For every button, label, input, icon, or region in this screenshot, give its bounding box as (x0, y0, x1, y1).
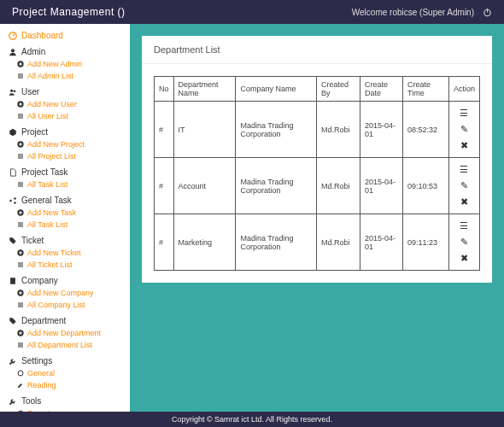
nav-tools[interactable]: Tools (0, 395, 130, 407)
file-icon (9, 168, 17, 177)
delete-icon[interactable]: ✖ (454, 250, 475, 266)
svg-point-28 (9, 199, 12, 202)
nav-sub-all-task-list[interactable]: All Task List (0, 219, 130, 231)
nav-sub-add-new-admin[interactable]: Add New Admin (0, 58, 130, 70)
nav-sub-all-admin-list[interactable]: All Admin List (0, 70, 130, 82)
list-icon (17, 181, 24, 188)
col-created-by: Created By (316, 77, 360, 102)
main-area: DashboardAdminAdd New AdminAll Admin Lis… (0, 24, 504, 412)
nav-sub-add-new-company[interactable]: Add New Company (0, 287, 130, 299)
list-icon (17, 221, 24, 228)
nav-sub-add-new-user[interactable]: Add New User (0, 98, 130, 110)
nav-dashboard[interactable]: Dashboard (0, 29, 130, 42)
nav-project-task[interactable]: Project Task (0, 166, 130, 178)
cell-time: 09:10:53 (403, 158, 449, 214)
edit-icon[interactable]: ✎ (454, 178, 475, 194)
nav-sub-reading[interactable]: Reading (0, 379, 130, 391)
plus-icon (17, 290, 24, 296)
cell-by: Md.Robi (316, 214, 360, 271)
tag-icon (9, 237, 17, 245)
nav-sub-add-new-task[interactable]: Add New Task (0, 207, 130, 219)
cell-time: 09:11:23 (403, 214, 449, 271)
cell-time: 08:52:32 (403, 102, 449, 158)
cell-action: ☰✎✖ (448, 102, 479, 158)
nav-admin[interactable]: Admin (0, 45, 130, 58)
cell-dept: IT (173, 102, 236, 158)
list-icon[interactable]: ☰ (454, 161, 475, 178)
nav-sub-add-new-ticket[interactable]: Add New Ticket (0, 247, 130, 259)
user-icon (9, 48, 17, 56)
nav-project[interactable]: Project (0, 126, 130, 138)
cell-by: Md.Robi (316, 102, 360, 158)
delete-icon[interactable]: ✖ (454, 194, 475, 210)
svg-point-4 (11, 49, 15, 52)
cell-dept: Account (173, 158, 236, 214)
edit-icon (17, 382, 24, 389)
list-icon (17, 153, 24, 160)
table-row: #MarketingMadina Trading CorporationMd.R… (155, 214, 480, 271)
nav-sub-add-new-project[interactable]: Add New Project (0, 138, 130, 150)
nav-department[interactable]: Department (0, 314, 130, 327)
nav-sub-all-ticket-list[interactable]: All Ticket List (0, 259, 130, 271)
list-icon (17, 261, 24, 268)
cube-icon (9, 128, 17, 137)
wrench-icon (9, 357, 17, 366)
col-company-name: Company Name (236, 77, 316, 102)
delete-icon[interactable]: ✖ (454, 137, 475, 154)
nav-sub-all-company-list[interactable]: All Company List (0, 299, 130, 311)
cell-action: ☰✎✖ (448, 158, 479, 214)
plus-icon (17, 249, 24, 256)
plus-icon (17, 101, 24, 108)
power-icon[interactable] (483, 8, 492, 17)
nav-general-task[interactable]: General Task (0, 194, 130, 207)
footer: Copyright © Samrat ict Ltd. All Rights r… (0, 412, 504, 427)
list-icon (17, 301, 24, 308)
nav-sub-all-task-list[interactable]: All Task List (0, 178, 130, 190)
welcome-text: Welcome robicse (Super Admin) (352, 8, 474, 17)
svg-point-29 (14, 197, 16, 200)
table-row: #ITMadina Trading CorporationMd.Robi2015… (155, 102, 480, 158)
list-icon[interactable]: ☰ (454, 218, 475, 234)
list-icon (17, 342, 24, 348)
panel: Department List NoDepartment NameCompany… (142, 36, 492, 283)
header-right: Welcome robicse (Super Admin) (352, 8, 492, 17)
cell-action: ☰✎✖ (448, 214, 479, 271)
cell-company: Madina Trading Corporation (236, 214, 316, 271)
nav-user[interactable]: User (0, 85, 130, 98)
nav-sub-all-user-list[interactable]: All User List (0, 110, 130, 122)
department-table: NoDepartment NameCompany NameCreated ByC… (154, 76, 480, 271)
list-icon (17, 73, 24, 79)
cell-date: 2015-04-01 (360, 214, 402, 271)
app-header: Project Management () Welcome robicse (S… (0, 0, 504, 24)
svg-line-3 (13, 34, 15, 36)
col-action: Action (448, 77, 479, 102)
content: Department List NoDepartment NameCompany… (130, 24, 504, 412)
list-icon[interactable]: ☰ (454, 105, 475, 121)
plus-icon (17, 141, 24, 148)
nav-ticket[interactable]: Ticket (0, 234, 130, 247)
cell-by: Md.Robi (316, 158, 360, 214)
svg-rect-43 (10, 278, 15, 284)
nav-sub-add-new-department[interactable]: Add New Department (0, 327, 130, 339)
plus-icon (17, 209, 24, 216)
svg-point-30 (14, 202, 16, 204)
edit-icon[interactable]: ✎ (454, 121, 475, 137)
plus-icon (17, 61, 24, 67)
list-icon (17, 113, 24, 120)
nav-sub-general[interactable]: General (0, 367, 130, 379)
edit-icon[interactable]: ✎ (454, 234, 475, 250)
col-no: No (155, 77, 174, 102)
nav-sub-all-project-list[interactable]: All Project List (0, 150, 130, 162)
table-row: #AccountMadina Trading CorporationMd.Rob… (155, 158, 480, 214)
cell-no: # (155, 102, 174, 158)
cell-date: 2015-04-01 (360, 102, 402, 158)
col-create-time: Create Time (403, 77, 449, 102)
nav-company[interactable]: Company (0, 274, 130, 287)
panel-body: NoDepartment NameCompany NameCreated ByC… (142, 64, 492, 283)
nav-sub-all-department-list[interactable]: All Department List (0, 339, 130, 351)
svg-point-56 (18, 371, 23, 376)
cell-dept: Marketing (173, 214, 236, 271)
app-title: Project Management () (12, 6, 126, 18)
nav-settings[interactable]: Settings (0, 354, 130, 367)
dash-icon (9, 32, 17, 40)
